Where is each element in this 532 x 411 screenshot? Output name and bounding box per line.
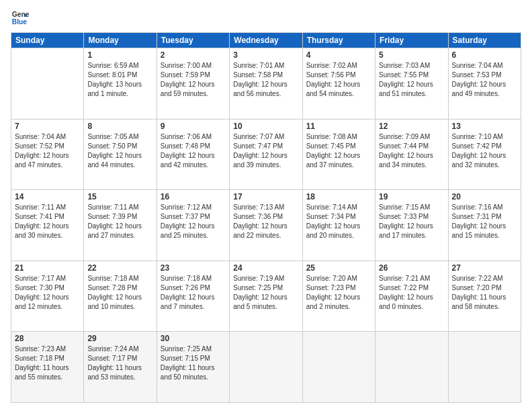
calendar-cell — [302, 332, 375, 403]
day-number: 17 — [233, 192, 298, 201]
calendar-cell: 16Sunrise: 7:12 AM Sunset: 7:37 PM Dayli… — [157, 190, 229, 261]
day-number: 20 — [452, 192, 517, 201]
day-number: 26 — [379, 263, 444, 273]
page: General Blue SundayMondayTuesdayWednesda… — [0, 0, 532, 411]
day-number: 25 — [306, 263, 371, 273]
day-header-sunday: Sunday — [11, 33, 84, 48]
calendar-cell: 7Sunrise: 7:04 AM Sunset: 7:52 PM Daylig… — [11, 119, 84, 190]
calendar-cell: 30Sunrise: 7:25 AM Sunset: 7:15 PM Dayli… — [157, 332, 229, 403]
calendar-cell: 29Sunrise: 7:24 AM Sunset: 7:17 PM Dayli… — [84, 332, 157, 403]
day-number: 7 — [15, 122, 80, 131]
cell-content: Sunrise: 7:13 AM Sunset: 7:36 PM Dayligh… — [233, 203, 298, 240]
calendar-cell — [11, 48, 84, 120]
cell-content: Sunrise: 7:19 AM Sunset: 7:25 PM Dayligh… — [233, 274, 298, 312]
day-number: 29 — [87, 334, 152, 343]
day-number: 1 — [87, 50, 152, 60]
cell-content: Sunrise: 7:01 AM Sunset: 7:58 PM Dayligh… — [233, 61, 298, 99]
svg-text:General: General — [12, 11, 30, 18]
calendar-cell: 13Sunrise: 7:10 AM Sunset: 7:42 PM Dayli… — [448, 119, 521, 190]
calendar-cell: 8Sunrise: 7:05 AM Sunset: 7:50 PM Daylig… — [84, 119, 157, 190]
cell-content: Sunrise: 7:10 AM Sunset: 7:42 PM Dayligh… — [452, 132, 517, 170]
calendar-body: 1Sunrise: 6:59 AM Sunset: 8:01 PM Daylig… — [11, 48, 521, 403]
cell-content: Sunrise: 7:15 AM Sunset: 7:33 PM Dayligh… — [379, 203, 444, 240]
calendar-cell: 10Sunrise: 7:07 AM Sunset: 7:47 PM Dayli… — [230, 119, 302, 190]
cell-content: Sunrise: 7:06 AM Sunset: 7:48 PM Dayligh… — [161, 132, 226, 170]
calendar-cell — [448, 332, 521, 403]
cell-content: Sunrise: 6:59 AM Sunset: 8:01 PM Dayligh… — [87, 61, 152, 99]
day-number: 12 — [379, 122, 444, 131]
day-number: 8 — [87, 122, 152, 131]
day-number: 30 — [161, 334, 226, 343]
calendar-cell: 2Sunrise: 7:00 AM Sunset: 7:59 PM Daylig… — [157, 48, 229, 120]
cell-content: Sunrise: 7:17 AM Sunset: 7:30 PM Dayligh… — [15, 274, 80, 312]
cell-content: Sunrise: 7:00 AM Sunset: 7:59 PM Dayligh… — [161, 61, 226, 99]
day-number: 14 — [15, 192, 80, 201]
cell-content: Sunrise: 7:20 AM Sunset: 7:23 PM Dayligh… — [306, 274, 371, 312]
calendar-cell: 6Sunrise: 7:04 AM Sunset: 7:53 PM Daylig… — [448, 48, 521, 120]
day-number: 28 — [15, 334, 80, 343]
day-number: 10 — [233, 122, 298, 131]
calendar-cell: 22Sunrise: 7:18 AM Sunset: 7:28 PM Dayli… — [84, 261, 157, 332]
calendar-cell: 12Sunrise: 7:09 AM Sunset: 7:44 PM Dayli… — [375, 119, 448, 190]
calendar-cell: 4Sunrise: 7:02 AM Sunset: 7:56 PM Daylig… — [302, 48, 375, 120]
cell-content: Sunrise: 7:18 AM Sunset: 7:28 PM Dayligh… — [87, 274, 152, 312]
week-row-2: 14Sunrise: 7:11 AM Sunset: 7:41 PM Dayli… — [11, 190, 521, 261]
cell-content: Sunrise: 7:11 AM Sunset: 7:41 PM Dayligh… — [15, 203, 80, 240]
calendar-cell: 14Sunrise: 7:11 AM Sunset: 7:41 PM Dayli… — [11, 190, 84, 261]
day-number: 15 — [87, 192, 152, 201]
cell-content: Sunrise: 7:18 AM Sunset: 7:26 PM Dayligh… — [161, 274, 226, 312]
calendar-cell: 5Sunrise: 7:03 AM Sunset: 7:55 PM Daylig… — [375, 48, 448, 120]
day-number: 19 — [379, 192, 444, 201]
day-header-friday: Friday — [375, 33, 448, 48]
cell-content: Sunrise: 7:25 AM Sunset: 7:15 PM Dayligh… — [161, 345, 226, 382]
day-number: 18 — [306, 192, 371, 201]
calendar-cell: 19Sunrise: 7:15 AM Sunset: 7:33 PM Dayli… — [375, 190, 448, 261]
week-row-3: 21Sunrise: 7:17 AM Sunset: 7:30 PM Dayli… — [11, 261, 521, 332]
cell-content: Sunrise: 7:11 AM Sunset: 7:39 PM Dayligh… — [87, 203, 152, 240]
header: General Blue — [11, 8, 521, 27]
calendar-cell — [230, 332, 302, 403]
calendar-cell: 20Sunrise: 7:16 AM Sunset: 7:31 PM Dayli… — [448, 190, 521, 261]
day-number: 16 — [161, 192, 226, 201]
calendar-cell: 3Sunrise: 7:01 AM Sunset: 7:58 PM Daylig… — [230, 48, 302, 120]
cell-content: Sunrise: 7:16 AM Sunset: 7:31 PM Dayligh… — [452, 203, 517, 240]
logo-icon: General Blue — [11, 8, 30, 27]
day-header-tuesday: Tuesday — [157, 33, 229, 48]
calendar-header-row: SundayMondayTuesdayWednesdayThursdayFrid… — [11, 33, 521, 48]
day-number: 22 — [87, 263, 152, 273]
cell-content: Sunrise: 7:03 AM Sunset: 7:55 PM Dayligh… — [379, 61, 444, 99]
day-number: 6 — [452, 50, 517, 60]
svg-text:Blue: Blue — [12, 18, 28, 26]
day-number: 5 — [379, 50, 444, 60]
cell-content: Sunrise: 7:05 AM Sunset: 7:50 PM Dayligh… — [87, 132, 152, 170]
cell-content: Sunrise: 7:04 AM Sunset: 7:53 PM Dayligh… — [452, 61, 517, 99]
cell-content: Sunrise: 7:07 AM Sunset: 7:47 PM Dayligh… — [233, 132, 298, 170]
calendar-cell: 26Sunrise: 7:21 AM Sunset: 7:22 PM Dayli… — [375, 261, 448, 332]
cell-content: Sunrise: 7:24 AM Sunset: 7:17 PM Dayligh… — [87, 345, 152, 382]
week-row-4: 28Sunrise: 7:23 AM Sunset: 7:18 PM Dayli… — [11, 332, 521, 403]
day-header-thursday: Thursday — [302, 33, 375, 48]
cell-content: Sunrise: 7:21 AM Sunset: 7:22 PM Dayligh… — [379, 274, 444, 312]
day-number: 2 — [161, 50, 226, 60]
day-number: 21 — [15, 263, 80, 273]
week-row-0: 1Sunrise: 6:59 AM Sunset: 8:01 PM Daylig… — [11, 48, 521, 120]
cell-content: Sunrise: 7:14 AM Sunset: 7:34 PM Dayligh… — [306, 203, 371, 240]
cell-content: Sunrise: 7:12 AM Sunset: 7:37 PM Dayligh… — [161, 203, 226, 240]
calendar-cell — [375, 332, 448, 403]
cell-content: Sunrise: 7:22 AM Sunset: 7:20 PM Dayligh… — [452, 274, 517, 312]
day-header-saturday: Saturday — [448, 33, 521, 48]
day-number: 11 — [306, 122, 371, 131]
logo: General Blue — [11, 8, 30, 27]
week-row-1: 7Sunrise: 7:04 AM Sunset: 7:52 PM Daylig… — [11, 119, 521, 190]
calendar-cell: 24Sunrise: 7:19 AM Sunset: 7:25 PM Dayli… — [230, 261, 302, 332]
cell-content: Sunrise: 7:09 AM Sunset: 7:44 PM Dayligh… — [379, 132, 444, 170]
calendar-cell: 28Sunrise: 7:23 AM Sunset: 7:18 PM Dayli… — [11, 332, 84, 403]
day-number: 27 — [452, 263, 517, 273]
calendar-cell: 17Sunrise: 7:13 AM Sunset: 7:36 PM Dayli… — [230, 190, 302, 261]
day-number: 13 — [452, 122, 517, 131]
calendar-cell: 1Sunrise: 6:59 AM Sunset: 8:01 PM Daylig… — [84, 48, 157, 120]
day-number: 3 — [233, 50, 298, 60]
calendar-cell: 23Sunrise: 7:18 AM Sunset: 7:26 PM Dayli… — [157, 261, 229, 332]
cell-content: Sunrise: 7:04 AM Sunset: 7:52 PM Dayligh… — [15, 132, 80, 170]
day-number: 24 — [233, 263, 298, 273]
